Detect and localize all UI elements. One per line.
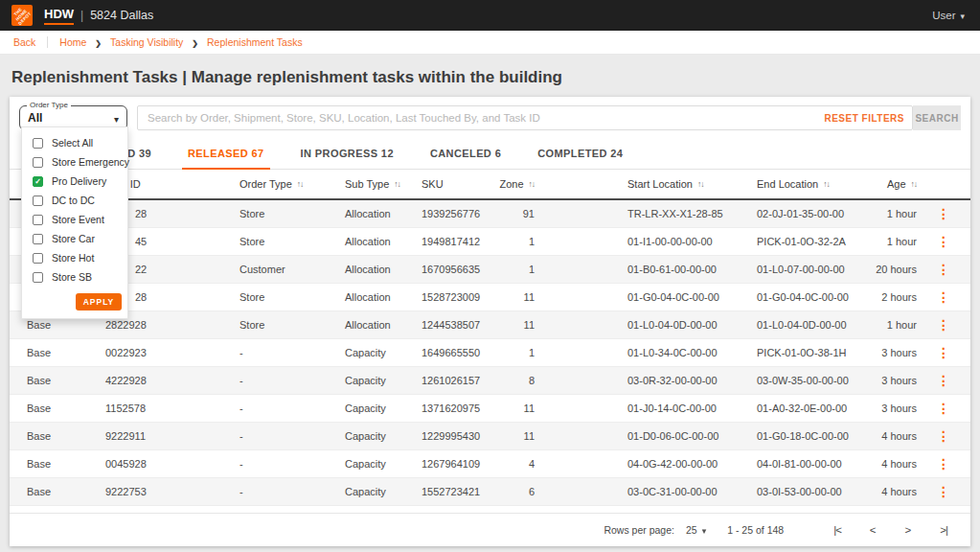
checkbox-icon[interactable] <box>33 176 43 187</box>
user-menu[interactable]: User <box>932 10 965 21</box>
table-header-cell[interactable]: End Location ↑↓ <box>757 178 862 190</box>
dropdown-option[interactable]: Store Event <box>22 210 127 229</box>
rows-per-page-select[interactable]: 25 <box>686 524 706 536</box>
sort-arrows-icon: ↑↓ <box>297 179 304 189</box>
dropdown-option[interactable]: Select All <box>22 133 127 152</box>
dropdown-option[interactable]: DC to DC <box>22 191 127 210</box>
app-brand-hdw[interactable]: HDW <box>44 7 74 25</box>
chevron-down-icon <box>702 524 707 536</box>
cell-task-id: 4222928 <box>105 375 239 386</box>
table-row: 45 Store Allocation 1949817412 1 01-I1-0… <box>10 228 970 256</box>
table-header-cell[interactable]: Zone ↑↓ <box>499 178 536 190</box>
cell-end-location: 01-L0-07-00-00-00 <box>757 264 862 275</box>
store-name: 5824 Dallas <box>90 9 153 22</box>
row-actions-menu-button[interactable] <box>931 290 956 304</box>
table-row: 28 Store Allocation 1939256776 91 TR-LR-… <box>10 200 970 228</box>
row-actions-menu-button[interactable] <box>931 318 956 332</box>
checkbox-icon[interactable] <box>33 253 43 264</box>
cell-sku: 1949817412 <box>422 236 503 247</box>
row-actions-menu-button[interactable] <box>931 346 956 359</box>
checkbox-icon[interactable] <box>33 196 43 206</box>
checkbox-icon[interactable] <box>33 215 43 225</box>
cell-sku: 1371620975 <box>422 402 503 414</box>
cell-zone: 91 <box>523 208 536 219</box>
cell-priority: Base <box>10 458 105 470</box>
cell-order-type: - <box>239 458 345 470</box>
status-tab[interactable]: RELEASED 67 <box>182 141 270 170</box>
table-header-cell[interactable]: Order Type ↑↓ <box>239 178 345 190</box>
cell-sub-type: Capacity <box>345 430 422 442</box>
search-input[interactable] <box>137 105 913 130</box>
first-page-button[interactable] <box>832 522 843 538</box>
cell-order-type: Store <box>239 236 345 247</box>
checkbox-icon[interactable] <box>33 234 43 244</box>
status-tab[interactable]: IN PROGRESS 12 <box>295 141 399 170</box>
row-actions-menu-button[interactable] <box>931 485 956 498</box>
cell-sub-type: Allocation <box>345 264 422 275</box>
cell-end-location: PICK-01-0O-38-1H <box>757 347 862 358</box>
row-actions-menu-button[interactable] <box>931 429 956 443</box>
cell-age: 4 hours <box>881 486 917 497</box>
table-header-cell[interactable]: SKU ↑↓ <box>422 178 503 190</box>
cell-age: 2 hours <box>881 291 917 303</box>
dropdown-option[interactable]: Pro Delivery <box>22 172 127 191</box>
search-button[interactable]: SEARCH <box>913 105 961 130</box>
row-actions-menu-button[interactable] <box>931 402 956 415</box>
row-actions-menu-button[interactable] <box>931 263 956 276</box>
row-actions-menu-button[interactable] <box>931 374 956 387</box>
kebab-menu-icon <box>937 207 950 221</box>
table-header-cell[interactable]: Age ↑↓ <box>887 178 917 190</box>
checkbox-icon[interactable] <box>33 138 43 149</box>
status-tab[interactable]: CANCELED 6 <box>424 141 507 170</box>
cell-order-type: Store <box>239 291 345 303</box>
cell-task-id: 0022923 <box>105 347 239 358</box>
cell-sub-type: Capacity <box>345 486 422 497</box>
apply-button[interactable]: APPLY <box>76 293 122 310</box>
next-page-button[interactable] <box>903 522 914 538</box>
back-button[interactable]: Back <box>13 36 35 48</box>
breadcrumb-link[interactable]: Home <box>59 36 86 48</box>
table-header-cell[interactable]: Sub Type ↑↓ <box>345 178 422 190</box>
cell-age: 1 hour <box>887 236 917 247</box>
dropdown-option[interactable]: Store Car <box>22 229 127 248</box>
breadcrumb-link[interactable]: Tasking Visibility <box>110 36 183 48</box>
dropdown-option-label: Store SB <box>52 271 92 283</box>
cell-zone: 6 <box>529 486 536 497</box>
sort-arrows-icon: ↑↓ <box>529 179 536 189</box>
table-row: Base 0022923 - Capacity 1649665550 1 01-… <box>10 339 970 367</box>
status-tabs: ON HOLD 39 RELEASED 67 IN PROGRESS 12 CA… <box>10 141 970 170</box>
table-header-cell[interactable]: Start Location ↑↓ <box>536 178 757 190</box>
cell-sku: 1649665550 <box>422 347 503 358</box>
first-page-icon <box>833 524 841 536</box>
reset-filters-button[interactable]: RESET FILTERS <box>824 105 904 130</box>
dropdown-option[interactable]: Store Emergency <box>22 152 127 172</box>
breadcrumb: Home Tasking Visibility Replenishment Ta… <box>59 36 302 48</box>
row-actions-menu-button[interactable] <box>931 207 956 220</box>
cell-priority: Base <box>10 347 105 358</box>
kebab-menu-icon <box>937 235 950 249</box>
row-actions-menu-button[interactable] <box>931 235 956 248</box>
table-header-label: Order Type <box>239 178 292 190</box>
row-actions-menu-button[interactable] <box>931 457 956 471</box>
cell-priority: Base <box>10 430 105 442</box>
dropdown-option[interactable]: Store Hot <box>22 248 127 267</box>
chevron-down-icon <box>114 109 119 126</box>
cell-sku: 1244538507 <box>422 319 503 331</box>
checkbox-icon[interactable] <box>33 157 43 168</box>
cell-start-location: TR-LR-XX-X1-28-85 <box>536 208 757 219</box>
sort-arrows-icon: ↑↓ <box>823 179 830 189</box>
status-tab[interactable]: COMPLETED 24 <box>532 141 628 170</box>
cell-age: 3 hours <box>881 375 917 386</box>
cell-sub-type: Capacity <box>345 375 422 386</box>
breadcrumb-link[interactable]: Replenishment Tasks <box>207 36 303 48</box>
cell-start-location: 01-I1-00-00-00-00 <box>536 236 757 247</box>
dropdown-option[interactable]: Store SB <box>22 267 127 287</box>
last-page-button[interactable] <box>938 522 949 538</box>
cell-zone: 11 <box>524 291 536 303</box>
checkbox-icon[interactable] <box>33 272 43 283</box>
dropdown-option-label: DC to DC <box>52 195 95 206</box>
previous-page-button[interactable] <box>868 522 878 538</box>
cell-order-type: - <box>239 402 345 414</box>
rows-per-page-label: Rows per page: <box>604 524 674 536</box>
sort-arrows-icon: ↑↓ <box>394 179 400 189</box>
